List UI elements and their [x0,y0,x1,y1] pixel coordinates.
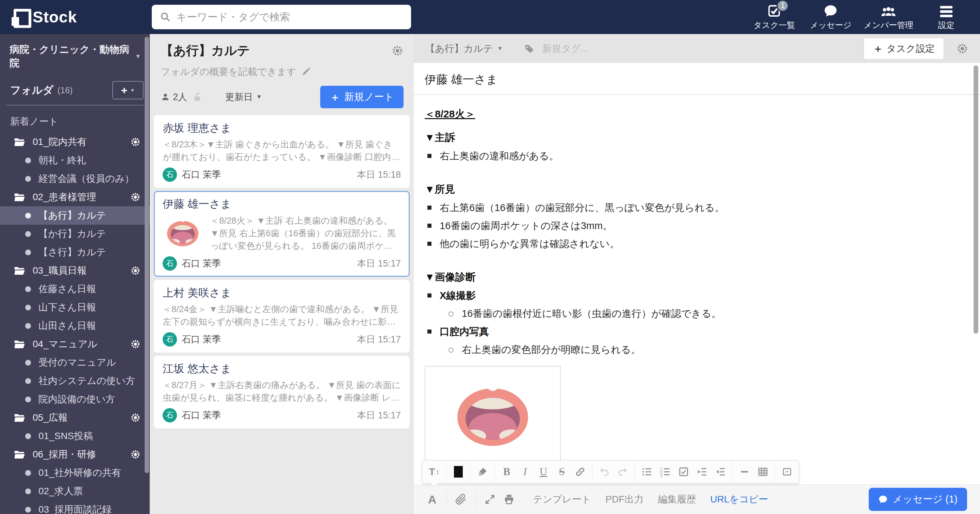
sidebar-item[interactable]: 社内システムの使い方 [0,372,150,390]
sidebar-item[interactable]: 01_社外研修の共有 [0,464,150,482]
app-logo[interactable]: Stock [11,0,77,34]
italic-icon[interactable]: I [516,463,534,481]
gear-icon[interactable] [130,412,141,423]
sidebar-folder[interactable]: 05_広報 [0,409,150,427]
note-timestamp: 本日 15:18 [357,169,401,181]
sidebar-item[interactable]: 01_SNS投稿 [0,427,150,445]
item-label: 【か行】カルテ [38,228,106,240]
note-card-title: 江坂 悠太さま [163,362,401,376]
color-icon[interactable] [449,463,468,481]
bullet-marker-icon [427,293,431,298]
gear-icon[interactable] [130,449,141,460]
sidebar-folder[interactable]: 06_採用・研修 [0,445,150,464]
sidebar-item[interactable]: 朝礼・終礼 [0,151,150,170]
collapse-icon[interactable] [778,463,796,481]
note-card[interactable]: 江坂 悠太さま ＜8/27月＞ ▼主訴右奥歯の痛みがある。 ▼所見 歯の表面に虫… [154,356,410,428]
sidebar-folder[interactable]: 04_マニュアル [0,335,150,353]
note-content: ＜8/28火＞▼主訴右上奥歯の違和感がある。▼所見右上第6歯（16番歯）の歯冠部… [425,107,965,485]
message-button[interactable]: メッセージ (1) [869,488,967,511]
sidebar-item[interactable]: 経営会議（役員のみ） [0,170,150,188]
bullet-icon [25,378,31,384]
footer-link[interactable]: 編集履歴 [658,493,696,506]
sidebar-folder[interactable]: 01_院内共有 [0,133,150,151]
gear-icon[interactable] [130,192,141,202]
note-card-title: 上村 美咲さま [163,286,401,299]
checkbox-icon[interactable] [675,463,693,481]
gear-icon[interactable] [130,339,141,350]
expand-icon[interactable] [480,490,500,509]
bullet-list-icon[interactable] [638,463,656,481]
sidebar-item[interactable]: 【か行】カルテ [0,225,150,243]
add-folder-button[interactable]: + ▼ [112,81,143,99]
note-editor-body[interactable]: 伊藤 雄一さま ＜8/28火＞▼主訴右上奥歯の違和感がある。▼所見右上第6歯（1… [414,63,980,485]
note-card-title: 伊藤 雄一さま [163,197,401,211]
note-timestamp: 本日 15:17 [357,257,401,270]
sidebar-item-selected[interactable]: 【あ行】カルテ [0,206,150,225]
member-count[interactable]: 2人 [173,91,187,103]
topnav-settings[interactable]: 設定 [918,0,975,34]
toolbar-group [447,461,471,483]
sidebar-item-new-notes[interactable]: 新着ノート [0,105,150,133]
note-card[interactable]: 上村 美咲さま ＜8/24金＞ ▼主訴噛むと左側の歯で違和感がある。 ▼所見 左… [154,280,410,353]
note-card[interactable]: 伊藤 雄一さま ＜8/28火＞ ▼主訴 右上奥歯の違和感がある。 ▼所見 右上第… [154,191,410,277]
gear-icon[interactable] [130,265,141,276]
undo-icon[interactable] [595,463,614,481]
indent-icon[interactable] [693,463,711,481]
editor-scrollbar[interactable] [974,65,978,334]
folder-label: 06_採用・研修 [33,448,96,461]
sidebar: 病院・クリニック・動物病院 ▼ フォルダ (16) + ▼ 新着ノート 01_院… [0,34,150,514]
redo-icon[interactable] [614,463,632,481]
sidebar-item[interactable]: 院内設備の使い方 [0,390,150,409]
sidebar-item[interactable]: 受付のマニュアル [0,353,150,372]
link-icon[interactable] [571,463,589,481]
note-settings-gear-icon[interactable] [956,43,969,55]
underline-icon[interactable]: U [534,463,553,481]
new-tag-input[interactable]: 新規タグ... [542,42,644,55]
item-label: 院内設備の使い方 [38,393,115,406]
message-icon [824,4,838,18]
new-note-button[interactable]: ＋ 新規ノート [320,86,404,108]
topnav-message[interactable]: メッセージ [802,0,859,34]
gear-icon[interactable] [130,137,141,147]
bullet-icon [25,360,31,366]
footer-link[interactable]: PDF出力 [605,493,643,506]
sidebar-item[interactable]: 【さ行】カルテ [0,243,150,261]
hr-icon[interactable] [735,463,754,481]
task-settings-button[interactable]: ＋ タスク設定 [864,38,944,60]
note-card[interactable]: 赤坂 理恵さま ＜8/23木＞▼主訴 歯ぐきから出血がある。 ▼所見 歯ぐきが腫… [154,115,410,188]
ordered-list-icon[interactable]: 123 [656,463,675,481]
sidebar-item[interactable]: 03_採用面談記録 [0,500,150,514]
breadcrumb[interactable]: 【あ行】カルテ ▼ [425,42,503,55]
sidebar-item[interactable]: 山下さん日報 [0,298,150,317]
folder-icon [14,266,26,275]
footer-link[interactable]: テンプレート [533,493,591,506]
sidebar-folder[interactable]: 02_患者様管理 [0,188,150,206]
strikethrough-icon[interactable]: S [553,463,571,481]
date-heading: ＜8/28火＞ [425,107,965,121]
sidebar-item[interactable]: 佐藤さん日報 [0,280,150,298]
attach-icon[interactable] [452,490,471,509]
sidebar-item[interactable]: 山田さん日報 [0,317,150,335]
font-icon[interactable]: A [423,490,442,509]
highlight-icon[interactable] [473,463,492,481]
text-size-icon[interactable]: T↕ [425,463,443,481]
global-search-input[interactable]: キーワード・タグで検索 [152,5,411,29]
topnav-tasks[interactable]: 1 タスク一覧 [746,0,802,34]
topnav-members[interactable]: メンバー管理 [859,0,918,34]
item-label: 社内システムの使い方 [38,374,135,387]
plus-icon: + [121,85,127,95]
sidebar-item[interactable]: 02_求人票 [0,482,150,500]
sidebar-scrollbar[interactable] [145,37,149,473]
sort-selector[interactable]: 更新日 ▼ [225,91,262,103]
table-icon[interactable] [754,463,772,481]
folder-settings-gear-icon[interactable] [391,45,404,57]
print-icon[interactable] [500,490,519,509]
note-title[interactable]: 伊藤 雄一さま [425,71,965,88]
footer-link[interactable]: URLをコピー [710,493,768,506]
outdent-icon[interactable] [711,463,730,481]
folder-description[interactable]: フォルダの概要を記載できます [161,65,404,78]
folder-label: 03_職員日報 [33,264,87,277]
bold-icon[interactable]: B [498,463,516,481]
workspace-switcher[interactable]: 病院・クリニック・動物病院 ▼ [0,34,150,72]
sidebar-folder[interactable]: 03_職員日報 [0,261,150,280]
